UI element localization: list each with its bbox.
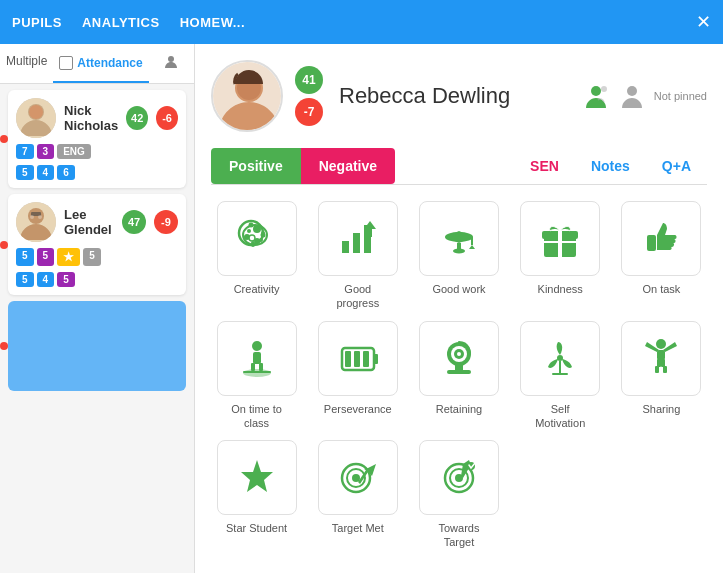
svg-rect-52 bbox=[363, 351, 369, 367]
svg-rect-60 bbox=[559, 361, 561, 375]
student-header-nick: NickNicholas 42 -6 bbox=[16, 98, 178, 138]
skill-retaining[interactable]: Retaining bbox=[413, 321, 504, 431]
svg-rect-65 bbox=[661, 359, 665, 367]
pin-person-2-icon[interactable] bbox=[618, 82, 646, 110]
student-card-nick[interactable]: NickNicholas 42 -6 7 3 ENG 5 4 6 bbox=[8, 90, 186, 188]
creativity-icon-box bbox=[217, 201, 297, 276]
self-motivation-label: SelfMotivation bbox=[535, 402, 585, 431]
tag: 5 bbox=[16, 165, 34, 180]
avatar-lee bbox=[16, 202, 56, 242]
tag: 5 bbox=[16, 272, 34, 287]
nav-items: PUPILS ANALYTICS HOMEW... bbox=[12, 15, 696, 30]
tab-bar: Positive Negative SEN Notes Q+A bbox=[211, 148, 707, 185]
tab-negative[interactable]: Negative bbox=[301, 148, 395, 184]
skill-creativity[interactable]: Creativity bbox=[211, 201, 302, 311]
skill-good-work[interactable]: Good work bbox=[413, 201, 504, 311]
kindness-icon-box bbox=[520, 201, 600, 276]
svg-rect-29 bbox=[342, 241, 349, 253]
svg-point-28 bbox=[249, 235, 255, 241]
creativity-label: Creativity bbox=[234, 282, 280, 296]
star-student-icon-box bbox=[217, 440, 297, 515]
on-task-icon-box bbox=[621, 201, 701, 276]
pin-person-icon[interactable] bbox=[582, 82, 610, 110]
red-dot-2 bbox=[0, 241, 8, 249]
skill-good-progress[interactable]: Goodprogress bbox=[312, 201, 403, 311]
nav-homework[interactable]: HOMEW... bbox=[180, 15, 245, 30]
score-negative-nick: -6 bbox=[156, 106, 178, 130]
student-card-lee[interactable]: LeeGlendel 47 -9 5 5 ★ 5 5 4 5 bbox=[8, 194, 186, 295]
tag: 7 bbox=[16, 144, 34, 159]
svg-point-71 bbox=[352, 474, 360, 482]
svg-rect-51 bbox=[354, 351, 360, 367]
tab-sen[interactable]: SEN bbox=[514, 148, 575, 184]
skill-self-motivation[interactable]: SelfMotivation bbox=[515, 321, 606, 431]
main-layout: Multiple Attendance bbox=[0, 44, 723, 573]
towards-target-icon-box bbox=[419, 440, 499, 515]
tab-qna[interactable]: Q+A bbox=[646, 148, 707, 184]
skill-on-time[interactable]: On time toclass bbox=[211, 321, 302, 431]
svg-marker-36 bbox=[469, 245, 475, 249]
pin-status: Not pinned bbox=[654, 90, 707, 102]
student-tags-lee-2: 5 4 5 bbox=[16, 272, 178, 287]
skill-sharing[interactable]: Sharing bbox=[616, 321, 707, 431]
sidebar: Multiple Attendance bbox=[0, 44, 195, 573]
svg-point-12 bbox=[591, 86, 601, 96]
good-work-icon-box bbox=[419, 201, 499, 276]
svg-point-23 bbox=[247, 229, 251, 233]
skill-perseverance[interactable]: Perseverance bbox=[312, 321, 403, 431]
svg-point-62 bbox=[656, 339, 666, 349]
student-header-lee: LeeGlendel 47 -9 bbox=[16, 202, 178, 242]
profile-scores: 41 -7 bbox=[295, 66, 323, 126]
on-task-label: On task bbox=[642, 282, 680, 296]
svg-rect-30 bbox=[353, 233, 360, 253]
student-card-1-wrapper: NickNicholas 42 -6 7 3 ENG 5 4 6 bbox=[0, 90, 194, 188]
profile-header: 41 -7 Rebecca Dewling Not pinned bbox=[211, 60, 707, 132]
skill-target-met[interactable]: Target Met bbox=[312, 440, 403, 550]
nav-analytics[interactable]: ANALYTICS bbox=[82, 15, 160, 30]
score-positive-nick: 42 bbox=[126, 106, 148, 130]
red-dot-1 bbox=[0, 135, 8, 143]
svg-rect-66 bbox=[655, 366, 659, 373]
tab-notes[interactable]: Notes bbox=[575, 148, 646, 184]
tag: 5 bbox=[16, 248, 34, 266]
svg-point-34 bbox=[453, 248, 465, 253]
skill-star-student[interactable]: Star Student bbox=[211, 440, 302, 550]
svg-point-42 bbox=[252, 341, 262, 351]
svg-rect-41 bbox=[647, 235, 656, 251]
skill-kindness[interactable]: Kindness bbox=[515, 201, 606, 311]
skills-grid: Creativity Goodprogress bbox=[211, 201, 707, 550]
tag: 6 bbox=[57, 165, 75, 180]
svg-point-56 bbox=[457, 352, 461, 356]
good-progress-icon-box bbox=[318, 201, 398, 276]
skill-towards-target[interactable]: TowardsTarget bbox=[413, 440, 504, 550]
profile-name: Rebecca Dewling bbox=[339, 83, 570, 109]
retaining-label: Retaining bbox=[436, 402, 482, 416]
blue-placeholder-wrapper bbox=[0, 301, 194, 391]
student-card-2-wrapper: LeeGlendel 47 -9 5 5 ★ 5 5 4 5 bbox=[0, 194, 194, 295]
svg-point-25 bbox=[261, 231, 265, 235]
nav-pupils[interactable]: PUPILS bbox=[12, 15, 62, 30]
svg-point-13 bbox=[601, 86, 607, 92]
attendance-icon bbox=[59, 56, 73, 70]
svg-marker-68 bbox=[241, 460, 273, 492]
profile-score-negative: -7 bbox=[295, 98, 323, 126]
svg-rect-49 bbox=[374, 354, 378, 364]
sidebar-tab-person[interactable] bbox=[149, 44, 194, 83]
tag: 5 bbox=[83, 248, 101, 266]
star-student-label: Star Student bbox=[226, 521, 287, 535]
student-tags-nick: 7 3 ENG bbox=[16, 144, 178, 159]
self-motivation-icon-box bbox=[520, 321, 600, 396]
sidebar-tab-attendance[interactable]: Attendance bbox=[53, 44, 148, 83]
perseverance-label: Perseverance bbox=[324, 402, 392, 416]
skill-on-task[interactable]: On task bbox=[616, 201, 707, 311]
svg-point-24 bbox=[255, 226, 259, 230]
close-button[interactable]: ✕ bbox=[696, 11, 711, 33]
good-progress-label: Goodprogress bbox=[336, 282, 379, 311]
student-tags-lee: 5 5 ★ 5 bbox=[16, 248, 178, 266]
sidebar-tab-multiple[interactable]: Multiple bbox=[0, 44, 53, 83]
blue-placeholder bbox=[8, 301, 186, 391]
svg-rect-61 bbox=[552, 373, 568, 375]
red-dot-3 bbox=[0, 342, 8, 350]
tab-positive[interactable]: Positive bbox=[211, 148, 301, 184]
towards-target-label: TowardsTarget bbox=[439, 521, 480, 550]
